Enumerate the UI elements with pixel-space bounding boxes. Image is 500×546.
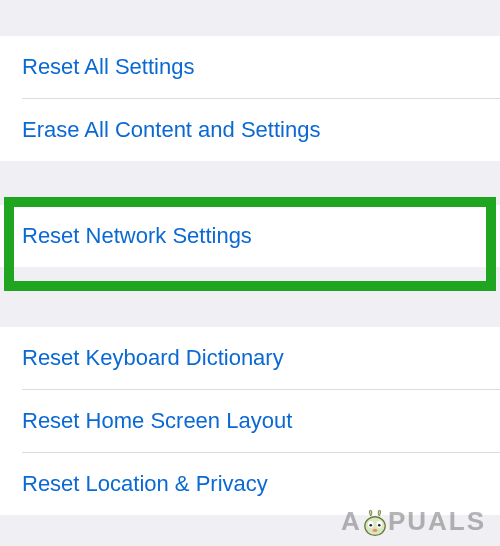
svg-point-0 [365, 517, 385, 536]
svg-point-3 [369, 524, 372, 527]
watermark-suffix: PUALS [388, 506, 486, 537]
reset-home-screen-layout-label: Reset Home Screen Layout [22, 408, 292, 433]
top-spacer [0, 0, 500, 36]
erase-all-content-label: Erase All Content and Settings [22, 117, 320, 142]
erase-all-content-row[interactable]: Erase All Content and Settings [0, 99, 500, 161]
reset-home-screen-layout-row[interactable]: Reset Home Screen Layout [0, 390, 500, 452]
reset-keyboard-dictionary-row[interactable]: Reset Keyboard Dictionary [0, 327, 500, 389]
group-gap-2 [0, 267, 500, 327]
svg-point-5 [372, 529, 377, 532]
reset-location-privacy-label: Reset Location & Privacy [22, 471, 268, 496]
reset-network-settings-row[interactable]: Reset Network Settings [0, 205, 500, 267]
settings-group-1: Reset All Settings Erase All Content and… [0, 36, 500, 161]
reset-network-settings-label: Reset Network Settings [22, 223, 252, 248]
settings-group-2: Reset Network Settings [0, 205, 500, 267]
group-gap-1 [0, 161, 500, 205]
settings-group-3: Reset Keyboard Dictionary Reset Home Scr… [0, 327, 500, 515]
reset-all-settings-label: Reset All Settings [22, 54, 194, 79]
watermark: A PUALS [341, 504, 486, 538]
reset-all-settings-row[interactable]: Reset All Settings [0, 36, 500, 98]
reset-keyboard-dictionary-label: Reset Keyboard Dictionary [22, 345, 284, 370]
svg-point-4 [378, 524, 381, 527]
watermark-mascot-icon [358, 504, 392, 538]
highlighted-group-wrapper: Reset Network Settings [0, 205, 500, 267]
